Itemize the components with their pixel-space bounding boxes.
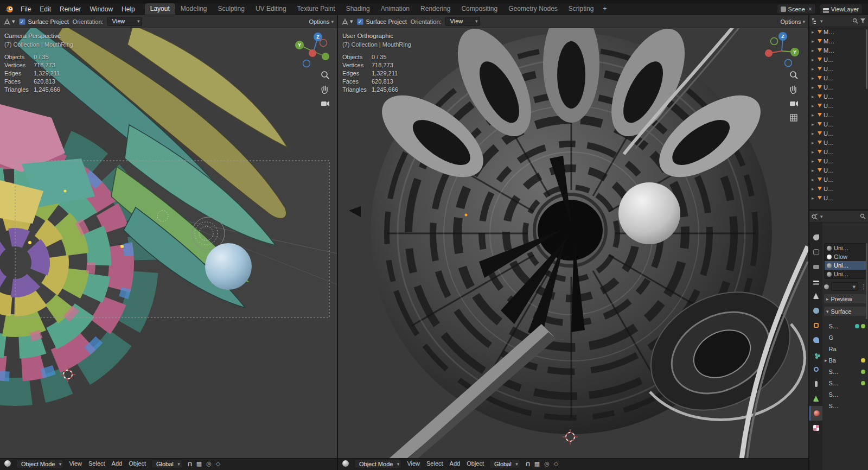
property-field[interactable]: ▸ S…	[822, 320, 868, 332]
scene-unlink-button[interactable]: ×	[807, 5, 812, 13]
outliner-editor[interactable]: ▾ ▸ M… ▸ M… ▸ M…	[809, 15, 868, 211]
outliner-row[interactable]: ▸ U…	[809, 166, 868, 175]
blender-logo-icon[interactable]	[4, 5, 14, 14]
blue-sphere-object[interactable]	[205, 243, 252, 290]
outliner-row[interactable]: ▸ U…	[809, 147, 868, 156]
disclosure-triangle-icon[interactable]: ▸	[812, 112, 816, 118]
preview-section-header[interactable]: ▸ Preview	[824, 294, 866, 303]
properties-editor[interactable]: ▾ Uni… Glow Uni…	[809, 211, 868, 470]
properties-tab-output[interactable]	[809, 259, 822, 274]
menubar-item[interactable]: Help	[117, 4, 139, 14]
editor-type-button[interactable]: ▾	[341, 18, 353, 26]
outliner-row[interactable]: ▸ U…	[809, 175, 868, 184]
property-field[interactable]: ▸ S…	[822, 400, 868, 411]
outliner-row[interactable]: ▸ U…	[809, 129, 868, 138]
outliner-row[interactable]: ▸ U…	[809, 92, 868, 101]
surface-project-checkbox[interactable]: ✓ Surface Project	[357, 18, 407, 25]
outliner-row[interactable]: ▸ U…	[809, 64, 868, 73]
properties-tab-object[interactable]	[809, 318, 822, 333]
properties-tab-particles[interactable]	[809, 347, 822, 362]
property-field[interactable]: ▸ Ba	[822, 354, 868, 366]
workspace-tab[interactable]: Rendering	[415, 3, 456, 15]
workspace-tab[interactable]: Sculpting	[213, 3, 250, 15]
material-slot-uni2[interactable]: Uni…	[825, 261, 866, 270]
disclosure-triangle-icon[interactable]: ▸	[812, 94, 816, 99]
workspace-tab[interactable]: UV Editing	[250, 3, 292, 15]
surface-project-checkbox[interactable]: ✓ Surface Project	[19, 18, 69, 25]
proportional-editing-icon[interactable]: ◎	[206, 460, 212, 467]
properties-tab-scene[interactable]	[809, 289, 822, 303]
disclosure-triangle-icon[interactable]: ▸	[812, 39, 816, 44]
add-workspace-button[interactable]: +	[599, 3, 611, 15]
menubar-item[interactable]: Edit	[35, 4, 55, 14]
disclosure-triangle-icon[interactable]: ▸	[812, 66, 816, 72]
properties-tab-modifiers[interactable]	[809, 333, 822, 347]
footer-menu-item[interactable]: Select	[88, 460, 105, 467]
property-field[interactable]: ▸ S…	[822, 366, 868, 377]
footer-menu-item[interactable]: Object	[467, 460, 484, 467]
snap-magnet-icon[interactable]: U	[526, 460, 530, 467]
disclosure-triangle-icon[interactable]: ▸	[812, 122, 816, 127]
disclosure-triangle-icon[interactable]: ▸	[812, 75, 816, 81]
properties-tab-viewlayer[interactable]	[809, 274, 822, 289]
footer-menu-item[interactable]: View	[407, 460, 420, 467]
mode-dropdown[interactable]: Object Mode ▾	[354, 460, 401, 468]
outliner-row[interactable]: ▸ U…	[809, 156, 868, 166]
viewport-left-canvas[interactable]: Z Y	[0, 28, 337, 458]
properties-tab-physics[interactable]	[809, 362, 822, 377]
menubar-item[interactable]: Window	[85, 4, 117, 14]
workspace-tab[interactable]: Modeling	[175, 3, 213, 15]
viewlayer-selector[interactable]: ViewLayer	[819, 4, 863, 14]
falloff-icon[interactable]: ◇	[554, 460, 558, 467]
disclosure-triangle-icon[interactable]: ▸	[812, 57, 816, 62]
footer-menu-item[interactable]: Select	[426, 460, 443, 467]
outliner-row[interactable]: ▸ M…	[809, 46, 868, 55]
disclosure-triangle-icon[interactable]: ▸	[812, 140, 816, 145]
property-field[interactable]: ▸ S…	[822, 389, 868, 400]
disclosure-triangle-icon[interactable]: ▸	[812, 85, 816, 90]
transform-orientation-dropdown[interactable]: Global ▾	[151, 460, 182, 468]
outliner-scrollbar[interactable]	[866, 29, 867, 89]
properties-tab-constraints[interactable]	[809, 377, 822, 391]
disclosure-triangle-icon[interactable]: ▸	[812, 29, 816, 35]
outliner-row[interactable]: ▸ U…	[809, 184, 868, 193]
properties-tab-render[interactable]	[809, 245, 822, 259]
property-field[interactable]: ▸ S…	[822, 377, 868, 389]
surface-section-header[interactable]: ▾ Surface	[824, 307, 866, 316]
workspace-tab[interactable]: Texture Paint	[292, 3, 341, 15]
workspace-tab[interactable]: Geometry Nodes	[503, 3, 563, 15]
footer-menu-item[interactable]: Add	[112, 460, 123, 467]
outliner-row[interactable]: ▸ U…	[809, 193, 868, 202]
orientation-dropdown[interactable]: View ▾	[107, 17, 142, 26]
viewport-left[interactable]: ▾ ✓ Surface Project Orientation: View ▾ …	[0, 15, 337, 470]
disclosure-triangle-icon[interactable]: ▸	[812, 149, 816, 155]
property-field[interactable]: ▸ G	[822, 332, 868, 343]
properties-editor-icon[interactable]	[812, 213, 819, 220]
outliner-row[interactable]: ▸ U…	[809, 73, 868, 82]
outliner-row[interactable]: ▸ M…	[809, 27, 868, 36]
properties-scrollbar[interactable]	[866, 243, 867, 319]
material-slot-uni3[interactable]: Uni…	[825, 270, 866, 278]
outliner-row[interactable]: ▸ U…	[809, 55, 868, 64]
material-slot-glow[interactable]: Glow	[825, 252, 866, 261]
viewport-right[interactable]: ▾ ✓ Surface Project Orientation: View ▾ …	[337, 15, 808, 470]
mode-dropdown[interactable]: Object Mode ▾	[16, 460, 63, 468]
snap-mode-icon[interactable]: ▦	[196, 460, 202, 467]
snap-mode-icon[interactable]: ▦	[534, 460, 540, 467]
workspace-tab[interactable]: Animation	[375, 3, 415, 15]
outliner-editor-icon[interactable]	[812, 18, 819, 24]
disclosure-triangle-icon[interactable]: ▸	[812, 103, 816, 109]
workspace-tab[interactable]: Layout	[145, 3, 175, 15]
properties-tab-texture[interactable]	[809, 421, 822, 435]
expand-caret-icon[interactable]: ▸	[825, 358, 827, 363]
workspace-tab[interactable]: Compositing	[456, 3, 503, 15]
outliner-row[interactable]: ▸ U…	[809, 138, 868, 147]
properties-tab-data[interactable]	[809, 391, 822, 406]
properties-tab-tool[interactable]	[809, 230, 822, 245]
outliner-row[interactable]: ▸ U…	[809, 101, 868, 110]
viewport-right-canvas[interactable]: Z Y	[338, 28, 808, 458]
footer-menu-item[interactable]: Object	[129, 460, 146, 467]
disclosure-triangle-icon[interactable]: ▸	[812, 168, 816, 173]
footer-menu-item[interactable]: Add	[450, 460, 461, 467]
transform-orientation-dropdown[interactable]: Global ▾	[489, 460, 520, 468]
